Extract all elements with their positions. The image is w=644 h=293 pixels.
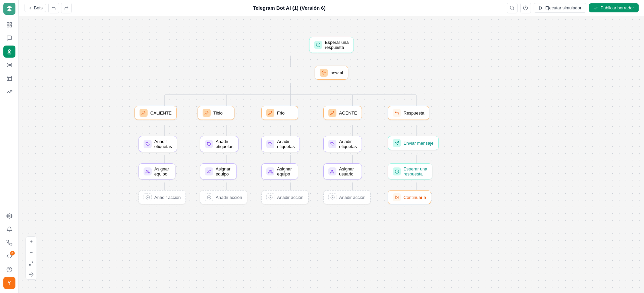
main-area: Bots Telegram Bot AI (1) (Versión 6) Eje… [19, 0, 644, 293]
zoom-in-button[interactable]: + [26, 237, 37, 246]
svg-line-65 [32, 262, 33, 263]
action-caliente-1[interactable]: Añadiretiquetas [139, 136, 177, 152]
action-tibio-2[interactable]: Asignarequipo [200, 163, 237, 179]
branch-respuesta-label: Respuesta [404, 111, 424, 116]
action-frio-2[interactable]: Asignarequipo [261, 163, 298, 179]
add-respuesta[interactable]: Continuar a [388, 190, 431, 204]
svg-rect-5 [8, 53, 11, 54]
connector-svg [19, 16, 644, 293]
simulator-label: Ejecutar simulador [545, 5, 582, 10]
svg-point-11 [510, 6, 514, 9]
sidebar-item-bot[interactable] [3, 46, 15, 58]
history-button[interactable] [520, 3, 531, 13]
header-left: Bots [24, 3, 72, 13]
action-caliente-1-label: Añadiretiquetas [154, 139, 172, 149]
flow-canvas[interactable]: Esperar unarespuesta new ai [19, 16, 644, 293]
svg-rect-2 [7, 25, 9, 27]
integrations-badge: 3 [10, 251, 15, 255]
svg-rect-1 [10, 22, 11, 24]
svg-marker-63 [395, 196, 397, 199]
ai-node-label: new ai [330, 70, 343, 75]
page-title: Telegram Bot AI (1) (Versión 6) [74, 5, 504, 11]
svg-point-46 [208, 170, 209, 171]
zoom-fit-button[interactable] [26, 259, 37, 268]
add-frio[interactable]: Añadir acción [261, 190, 309, 204]
sidebar-item-inbox[interactable] [3, 32, 15, 44]
svg-point-67 [31, 274, 32, 275]
back-button[interactable]: Bots [24, 4, 46, 12]
svg-point-6 [9, 65, 10, 66]
branch-frio-label: Frio [277, 111, 284, 116]
undo-button[interactable] [48, 3, 59, 13]
svg-point-51 [269, 170, 270, 171]
action-frio-1[interactable]: Añadiretiquetas [261, 136, 300, 152]
svg-rect-0 [7, 22, 9, 24]
action-caliente-2-label: Asignarequipo [154, 166, 169, 176]
simulator-button[interactable]: Ejecutar simulador [534, 3, 587, 13]
sidebar-item-pages[interactable] [3, 72, 15, 84]
ai-node[interactable]: new ai [315, 66, 348, 80]
sidebar-item-notifications[interactable] [3, 223, 15, 235]
zoom-reset-button[interactable] [26, 270, 37, 279]
sidebar-item-integrations[interactable]: 3 [3, 250, 15, 262]
action-agente-1[interactable]: Añadiretiquetas [323, 136, 362, 152]
add-caliente[interactable]: Añadir acción [139, 190, 186, 204]
app-logo [3, 3, 15, 15]
header-right: Ejecutar simulador Publicar borrador [507, 3, 639, 13]
action-agente-2[interactable]: Asignarusuario [323, 163, 362, 179]
search-button[interactable] [507, 3, 518, 13]
svg-line-12 [513, 9, 514, 10]
zoom-controls: + − [25, 236, 37, 280]
branch-caliente[interactable]: CALIENTE [135, 106, 177, 120]
action-respuesta-2[interactable]: Esperar unarespuesta [388, 163, 432, 179]
svg-point-39 [323, 72, 324, 73]
sidebar-item-whatsapp[interactable] [3, 237, 15, 249]
action-tibio-1[interactable]: Añadiretiquetas [200, 136, 238, 152]
user-avatar[interactable]: Y [3, 277, 15, 289]
branch-agente-label: AGENTE [339, 111, 357, 116]
publish-button[interactable]: Publicar borrador [589, 3, 639, 12]
top-node[interactable]: Esperar unarespuesta [309, 37, 354, 53]
svg-line-66 [30, 264, 31, 265]
sidebar-item-analytics[interactable] [3, 86, 15, 98]
sidebar: 3 Y [0, 0, 19, 293]
action-caliente-2[interactable]: Asignarequipo [139, 163, 175, 179]
branch-tibio-label: Tibio [213, 111, 223, 116]
svg-marker-14 [540, 6, 542, 10]
action-respuesta-1[interactable]: Enviar mensaje [388, 136, 439, 150]
sidebar-item-broadcast[interactable] [3, 59, 15, 71]
publish-label: Publicar borrador [600, 5, 634, 10]
add-agente[interactable]: Añadir acción [323, 190, 371, 204]
svg-point-8 [8, 215, 10, 217]
add-tibio[interactable]: Añadir acción [200, 190, 247, 204]
branch-agente[interactable]: AGENTE [323, 106, 362, 120]
sidebar-item-help[interactable] [3, 264, 15, 276]
svg-point-4 [8, 50, 10, 52]
header: Bots Telegram Bot AI (1) (Versión 6) Eje… [19, 0, 644, 16]
branch-frio[interactable]: Frio [261, 106, 298, 120]
back-label: Bots [34, 5, 43, 10]
sidebar-item-dashboard[interactable] [3, 19, 15, 31]
branch-respuesta[interactable]: Respuesta [388, 106, 429, 120]
branch-tibio[interactable]: Tibio [198, 106, 234, 120]
svg-rect-3 [10, 25, 11, 27]
redo-button[interactable] [61, 3, 72, 13]
sidebar-item-settings[interactable] [3, 210, 15, 222]
svg-point-41 [146, 170, 148, 171]
zoom-out-button[interactable]: − [26, 248, 37, 257]
svg-rect-7 [7, 76, 12, 81]
top-node-label: Esperar unarespuesta [325, 40, 349, 50]
branch-caliente-label: CALIENTE [150, 111, 172, 116]
